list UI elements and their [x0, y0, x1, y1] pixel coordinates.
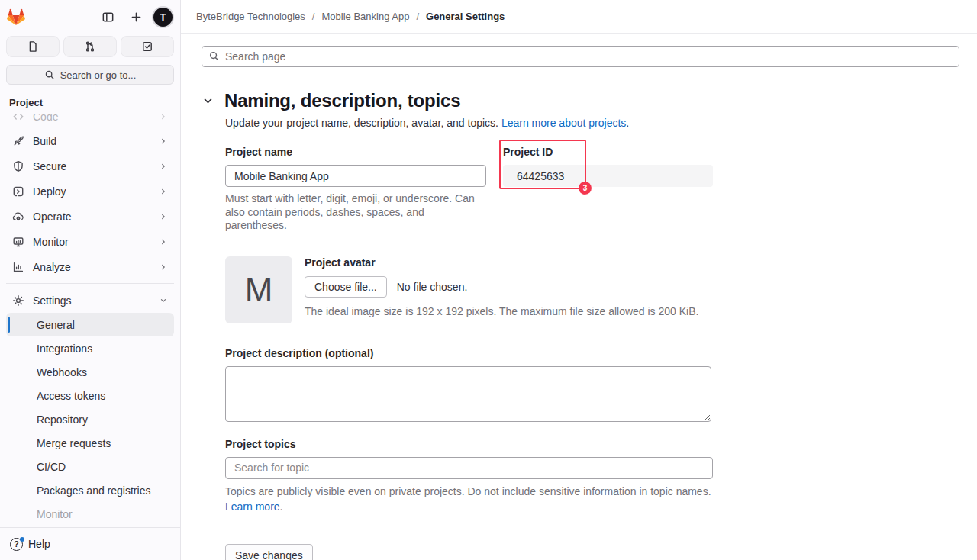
sidebar-subitem-merge-requests[interactable]: Merge requests: [6, 431, 174, 455]
page-search: [202, 46, 959, 67]
breadcrumb-current-page: General Settings: [426, 11, 505, 22]
breadcrumb-group[interactable]: ByteBridge Technologies: [196, 11, 305, 22]
section-header: Naming, description, topics: [202, 90, 959, 111]
breadcrumb-project[interactable]: Mobile Banking App: [321, 11, 409, 22]
project-avatar: M: [225, 256, 292, 323]
main-area: ByteBridge Technologies / Mobile Banking…: [181, 0, 977, 560]
sidebar-shortcuts: [0, 34, 180, 65]
code-icon: [12, 114, 24, 123]
monitor-icon: [12, 236, 24, 248]
learn-more-projects-link[interactable]: Learn more about projects: [501, 117, 626, 129]
todo-check-icon: [141, 40, 153, 53]
sidebar-item-code-clipped[interactable]: Code: [6, 114, 174, 127]
sidebar-header: T: [0, 0, 180, 34]
help-icon: ?: [10, 538, 23, 551]
create-new-button[interactable]: [125, 6, 147, 27]
user-avatar[interactable]: T: [153, 8, 173, 27]
sidebar-item-monitor[interactable]: Monitor: [6, 229, 174, 254]
sidebar-subitem-webhooks[interactable]: Webhooks: [6, 360, 174, 384]
project-id-input[interactable]: [503, 165, 713, 187]
cloud-gear-icon: [12, 211, 24, 223]
section-title: Naming, description, topics: [224, 90, 460, 111]
chevron-right-icon: [159, 187, 168, 196]
sidebar-item-settings[interactable]: Settings: [6, 288, 174, 313]
project-avatar-label: Project avatar: [305, 256, 698, 269]
help-label: Help: [28, 538, 50, 550]
chart-icon: [12, 261, 24, 273]
project-avatar-section: M Project avatar Choose file... No file …: [225, 256, 713, 323]
sidebar-subitem-monitor[interactable]: Monitor: [6, 502, 174, 526]
section-description: Update your project name, description, a…: [225, 117, 959, 129]
sidebar-subitem-general[interactable]: General: [6, 313, 174, 336]
chevron-right-icon: [159, 262, 168, 272]
sidebar-subitem-integrations[interactable]: Integrations: [6, 336, 174, 360]
search-label: Search or go to...: [60, 69, 137, 81]
shield-icon: [12, 160, 24, 172]
chevron-down-icon: [202, 95, 214, 108]
search-icon: [208, 50, 220, 62]
sidebar-subitem-access-tokens[interactable]: Access tokens: [6, 384, 174, 407]
sidebar-nav: Code Build: [0, 114, 180, 527]
page-search-input[interactable]: [202, 46, 959, 67]
sidebar-toggle-button[interactable]: [97, 6, 118, 27]
project-id-field: Project ID 3: [503, 146, 713, 233]
sidebar-divider: [6, 283, 174, 284]
sidebar-subitem-cicd[interactable]: CI/CD: [6, 455, 174, 478]
chevron-right-icon: [159, 114, 168, 121]
section-collapse-button[interactable]: [202, 95, 214, 108]
project-topics-label: Project topics: [225, 438, 713, 450]
project-topics-input[interactable]: [225, 457, 713, 479]
section-body: Project name Must start with letter, dig…: [225, 146, 713, 560]
sidebar-section-label: Project: [0, 85, 180, 114]
sidebar-item-analyze[interactable]: Analyze: [6, 254, 174, 279]
project-description-textarea[interactable]: [225, 366, 711, 422]
project-id-label: Project ID: [503, 146, 713, 158]
project-name-label: Project name: [225, 146, 486, 158]
plus-icon: [130, 11, 143, 24]
sidebar-item-build[interactable]: Build: [6, 128, 174, 153]
topics-help-text: Topics are publicly visible even on priv…: [225, 484, 721, 514]
chevron-right-icon: [159, 237, 168, 246]
chevron-right-icon: [159, 137, 168, 146]
sidebar-subitem-repository[interactable]: Repository: [6, 407, 174, 431]
name-id-row: Project name Must start with letter, dig…: [225, 146, 713, 233]
sidebar-toggle-icon: [102, 11, 114, 24]
sidebar: T: [0, 0, 181, 560]
no-file-chosen-text: No file chosen.: [397, 281, 468, 293]
save-changes-button[interactable]: Save changes: [225, 544, 313, 560]
sidebar-item-secure[interactable]: Secure: [6, 153, 174, 179]
sidebar-subitem-packages[interactable]: Packages and registries: [6, 478, 174, 502]
rocket-icon: [12, 135, 24, 147]
choose-file-button[interactable]: Choose file...: [305, 276, 387, 298]
search-or-go-to[interactable]: Search or go to...: [6, 65, 174, 85]
issues-shortcut-button[interactable]: [6, 36, 60, 57]
sidebar-item-operate[interactable]: Operate: [6, 204, 174, 229]
breadcrumb-separator: /: [416, 11, 419, 22]
project-name-help: Must start with letter, digit, emoji, or…: [225, 192, 486, 233]
issues-icon: [27, 40, 39, 53]
chevron-right-icon: [159, 162, 168, 171]
gitlab-app: T: [0, 0, 977, 560]
merge-requests-shortcut-button[interactable]: [63, 36, 117, 57]
todo-shortcut-button[interactable]: [121, 36, 174, 57]
gitlab-logo[interactable]: [6, 7, 27, 27]
breadcrumb-separator: /: [312, 11, 315, 22]
chevron-right-icon: [159, 212, 168, 221]
chevron-down-icon: [159, 296, 168, 305]
breadcrumb: ByteBridge Technologies / Mobile Banking…: [181, 0, 977, 34]
help-menu[interactable]: ? Help: [0, 527, 180, 560]
tanuki-icon: [6, 8, 26, 26]
merge-request-icon: [84, 40, 96, 53]
gear-icon: [12, 294, 24, 307]
deploy-icon: [12, 185, 24, 198]
project-name-field: Project name Must start with letter, dig…: [225, 146, 486, 233]
search-icon: [44, 69, 55, 80]
avatar-help-text: The ideal image size is 192 x 192 pixels…: [305, 305, 698, 317]
settings-content: Naming, description, topics Update your …: [181, 34, 977, 560]
avatar-controls: Project avatar Choose file... No file ch…: [305, 256, 698, 323]
topics-learn-more-link[interactable]: Learn more: [225, 500, 280, 513]
project-description-label: Project description (optional): [225, 347, 713, 359]
project-name-input[interactable]: [225, 165, 486, 187]
sidebar-item-deploy[interactable]: Deploy: [6, 179, 174, 204]
